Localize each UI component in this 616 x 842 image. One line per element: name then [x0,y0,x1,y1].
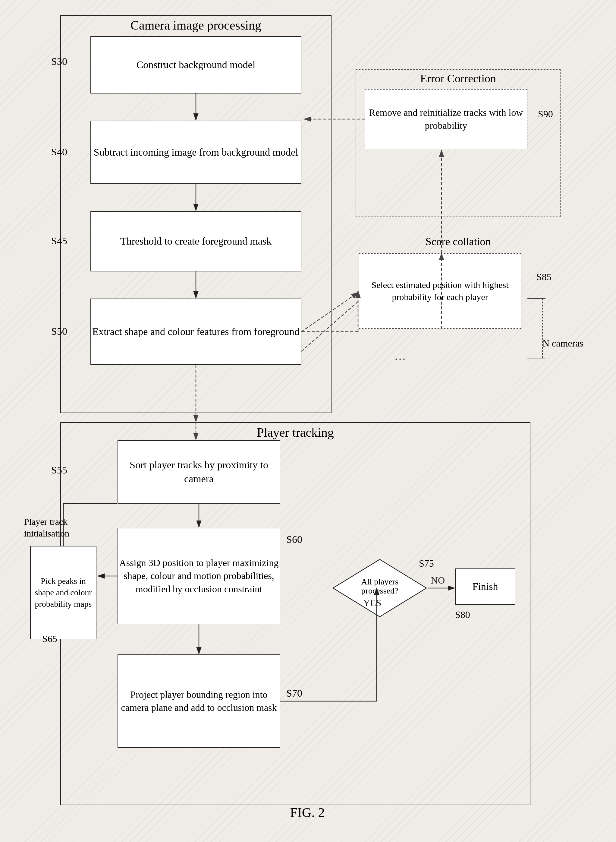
box-s65: Pick peaks in shape and colour probabili… [30,546,97,639]
label-s60: S60 [286,534,302,545]
camera-section-label: Camera image processing [60,15,331,32]
diamond-s75: All players processed? [331,558,428,618]
box-s50: Extract shape and colour features from f… [90,298,301,365]
box-s80-text: Finish [472,580,498,594]
box-s90: Remove and reinitialize tracks with low … [365,89,527,149]
box-s45-text: Threshold to create foreground mask [120,234,271,248]
label-s40: S40 [51,146,67,158]
box-s50-text: Extract shape and colour features from f… [92,325,299,339]
box-s85-text: Select estimated position with highest p… [359,279,521,303]
label-s50: S50 [51,326,67,337]
box-s40: Subtract incoming image from background … [90,120,301,184]
svg-text:All players: All players [361,577,398,586]
label-s75: S75 [419,558,434,569]
box-s65-text: Pick peaks in shape and colour probabili… [31,575,96,610]
n-cameras-label: N cameras [543,338,584,349]
box-s30-text: Construct background model [136,58,255,72]
box-s70: Project player bounding region into came… [117,654,280,748]
box-s70-text: Project player bounding region into came… [118,688,280,714]
box-s40-text: Subtract incoming image from background … [94,145,298,159]
label-s70: S70 [286,688,302,699]
box-s60-text: Assign 3D position to player maximizing … [118,556,280,596]
label-s90: S90 [538,109,553,120]
box-s45: Threshold to create foreground mask [90,211,301,272]
ellipsis-label: ... [395,350,406,363]
player-section-label: Player tracking [60,422,530,440]
figure-label: FIG. 2 [24,805,591,820]
label-s30: S30 [51,56,67,67]
box-s90-text: Remove and reinitialize tracks with low … [365,106,527,132]
box-s55-text: Sort player tracks by proximity to camer… [118,458,280,486]
box-s55: Sort player tracks by proximity to camer… [117,440,280,504]
label-s65: S65 [42,633,57,645]
label-s45: S45 [51,235,67,247]
error-section-label: Error Correction [356,69,560,85]
score-section-label: Score collation [356,235,560,248]
box-s60: Assign 3D position to player maximizing … [117,528,280,624]
box-s80: Finish [455,569,515,605]
player-track-init-label: Player track initialisation [24,516,84,539]
label-s55: S55 [51,464,67,476]
box-s85: Select estimated position with highest p… [359,253,521,329]
box-s30: Construct background model [90,36,301,94]
label-s80: S80 [455,609,470,620]
svg-text:processed?: processed? [361,586,398,595]
label-s85: S85 [537,272,551,282]
